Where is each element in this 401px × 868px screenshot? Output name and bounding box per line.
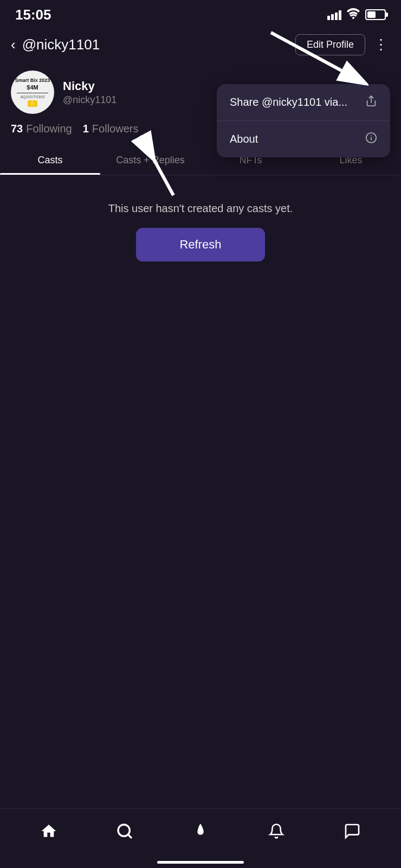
status-bar: 15:05 (0, 0, 401, 27)
header-left: ‹ @nicky1101 (11, 36, 100, 53)
dropdown-share-item[interactable]: Share @nicky1101 via... (217, 84, 390, 121)
home-indicator (157, 861, 244, 864)
nav-fire[interactable] (184, 817, 217, 850)
following-stat[interactable]: 73 Following (11, 123, 72, 135)
share-icon (365, 95, 377, 110)
svg-line-9 (128, 834, 131, 838)
home-icon (40, 822, 57, 844)
back-button[interactable]: ‹ (11, 36, 16, 53)
message-icon (344, 822, 361, 844)
header-username: @nicky1101 (22, 36, 100, 53)
profile-handle: @nicky1101 (63, 94, 117, 106)
share-label: Share @nicky1101 via... (230, 96, 347, 108)
nav-search[interactable] (108, 817, 141, 850)
bell-icon (268, 822, 284, 844)
about-label: About (230, 133, 258, 145)
tab-casts[interactable]: Casts (0, 146, 100, 175)
followers-label: Followers (92, 123, 139, 135)
status-time: 15:05 (15, 7, 51, 23)
dropdown-menu: Share @nicky1101 via... About (217, 84, 390, 157)
edit-profile-button[interactable]: Edit Profile (295, 34, 365, 55)
profile-display-name: Nicky (63, 79, 117, 93)
search-icon (116, 822, 133, 844)
wifi-icon (347, 8, 360, 22)
bottom-nav (0, 808, 401, 868)
status-icons (327, 8, 386, 22)
info-icon (365, 132, 377, 146)
fire-icon (192, 822, 209, 844)
profile-name-section: Nicky @nicky1101 (63, 79, 117, 106)
avatar: Smart Bix 2023 $4M AQUISITIONS ⭐ (11, 71, 54, 114)
content-area: This user hasn't created any casts yet. … (0, 175, 401, 289)
dropdown-about-item[interactable]: About (217, 121, 390, 157)
followers-count: 1 (83, 123, 89, 135)
battery-icon (365, 9, 386, 20)
empty-message: This user hasn't created any casts yet. (108, 202, 293, 215)
header-right: Edit Profile ⋮ (295, 34, 390, 55)
signal-icon (327, 9, 341, 20)
followers-stat[interactable]: 1 Followers (83, 123, 139, 135)
refresh-button[interactable]: Refresh (136, 228, 264, 261)
tab-casts-replies[interactable]: Casts + Replies (100, 146, 200, 175)
header: ‹ @nicky1101 Edit Profile ⋮ (0, 27, 401, 62)
following-label: Following (26, 123, 72, 135)
following-count: 73 (11, 123, 23, 135)
nav-home[interactable] (33, 817, 65, 850)
more-options-button[interactable]: ⋮ (372, 34, 390, 55)
nav-messages[interactable] (336, 817, 368, 850)
nav-bell[interactable] (260, 817, 293, 850)
